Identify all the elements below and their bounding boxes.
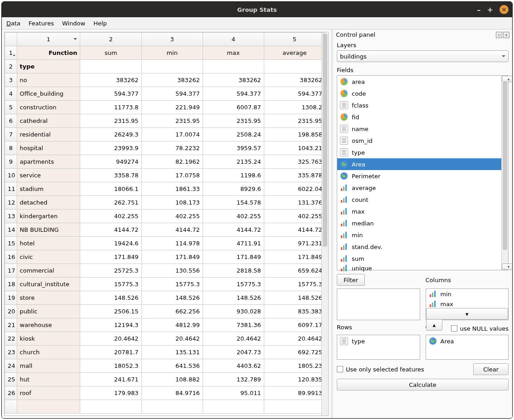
col-header-5[interactable]: 5 <box>264 33 325 46</box>
col-header-3[interactable]: 3 <box>141 33 203 46</box>
menu-help[interactable]: Help <box>93 20 107 27</box>
list-item-label: Area <box>441 338 454 345</box>
svg-rect-20 <box>341 247 342 250</box>
value-cell: 262.751 <box>80 196 141 210</box>
list-item[interactable]: Area <box>426 335 502 347</box>
list-item[interactable]: unique <box>337 264 501 272</box>
minimize-icon[interactable]: – <box>477 5 481 14</box>
list-item-label: name <box>352 126 369 132</box>
fields-listbox[interactable]: areacodefclassfidnameosm_idtypeAreaPerim… <box>337 75 509 270</box>
row-header[interactable]: 16 <box>5 250 17 264</box>
clear-button[interactable]: Clear <box>473 363 509 375</box>
menu-data[interactable]: Data <box>6 20 20 27</box>
row-header[interactable]: 15 <box>5 237 17 250</box>
row-header[interactable]: 9 <box>5 155 17 169</box>
value-cell: 402.255 <box>141 210 203 223</box>
value-cell: 82.1962 <box>141 155 203 169</box>
value-cell: 148.526 <box>264 291 325 305</box>
row-header[interactable]: 22 <box>5 332 17 346</box>
pie-icon <box>340 113 348 121</box>
maximize-icon[interactable]: + <box>487 5 493 14</box>
close-icon[interactable]: ✕ <box>499 5 509 14</box>
panel-close-icon[interactable]: x <box>503 32 509 38</box>
col-header-4[interactable]: 4 <box>203 33 264 46</box>
menu-features[interactable]: Features <box>29 20 54 27</box>
list-item[interactable]: name <box>337 123 501 135</box>
list-item[interactable]: Perimeter <box>337 170 501 182</box>
table-scrollbar[interactable] <box>321 33 328 415</box>
row-header[interactable]: 26 <box>5 386 17 400</box>
value-cell: 383262 <box>141 73 203 87</box>
list-item[interactable]: count <box>337 194 501 205</box>
columns-scrollbar[interactable]: ▴ ▾ <box>426 319 509 331</box>
row-header[interactable]: 25 <box>5 373 17 386</box>
list-item[interactable]: average <box>337 182 501 194</box>
row-header[interactable]: 12 <box>5 196 17 210</box>
corner-cell[interactable] <box>5 33 17 46</box>
value-box[interactable]: Area <box>426 335 509 360</box>
control-panel: Control panel ▫ x Layers buildings Field… <box>333 29 512 418</box>
value-cell: 7381.36 <box>203 318 264 332</box>
col-header-2[interactable]: 2 <box>80 33 141 46</box>
list-item[interactable]: type <box>337 335 413 347</box>
svg-rect-25 <box>345 255 347 262</box>
rows-box[interactable]: type <box>337 335 420 360</box>
row-header[interactable]: 17 <box>5 264 17 278</box>
filter-box[interactable] <box>337 288 420 320</box>
row-header[interactable]: 3 <box>5 73 17 87</box>
row-header[interactable]: 19 <box>5 291 17 305</box>
svg-rect-30 <box>432 293 433 297</box>
list-item[interactable]: sum <box>337 253 501 264</box>
columns-box[interactable]: minmaxaverage ▴ ▾ <box>426 288 509 320</box>
row-header[interactable]: 6 <box>5 114 17 128</box>
list-item[interactable]: fclass <box>337 99 501 111</box>
filter-button[interactable]: Filter <box>337 274 365 286</box>
fields-scrollbar[interactable]: ▴ ▾ <box>501 76 508 270</box>
value-cell: 17.0074 <box>141 128 203 142</box>
value-cell: 89.9913 <box>264 386 325 400</box>
bars-icon <box>340 207 348 215</box>
row-header[interactable]: 18 <box>5 278 17 291</box>
row-header[interactable]: 4 <box>5 87 17 101</box>
col-header-1[interactable]: 1 <box>17 33 80 46</box>
value-cell: 383262 <box>264 73 325 87</box>
results-table[interactable]: 1 2 3 4 5 1 Function sum min <box>4 32 329 416</box>
calculate-button[interactable]: Calculate <box>337 379 509 391</box>
list-item[interactable]: min <box>426 289 502 299</box>
list-item[interactable]: min <box>337 229 501 241</box>
row-header[interactable]: 14 <box>5 223 17 237</box>
bars-icon <box>340 195 348 204</box>
row-header[interactable]: 21 <box>5 318 17 332</box>
row-header[interactable]: 24 <box>5 359 17 373</box>
row-header[interactable]: 7 <box>5 128 17 142</box>
list-item[interactable]: stand.dev. <box>337 241 501 253</box>
list-item[interactable]: type <box>337 147 501 158</box>
layers-combo[interactable]: buildings <box>337 50 509 62</box>
row-header[interactable]: 23 <box>5 346 17 359</box>
list-item[interactable]: osm_id <box>337 135 501 147</box>
use-selected-checkbox[interactable] <box>337 366 343 372</box>
list-item[interactable]: max <box>426 299 502 309</box>
row-header[interactable]: 20 <box>5 305 17 318</box>
row-header[interactable]: 8 <box>5 142 17 155</box>
use-selected-label: Use only selected features <box>346 366 424 373</box>
type-cell: type <box>17 60 80 73</box>
row-header[interactable]: 11 <box>5 182 17 196</box>
agg-header: average <box>264 46 325 60</box>
list-item[interactable]: max <box>337 205 501 217</box>
row-header[interactable]: 10 <box>5 169 17 182</box>
list-item[interactable]: median <box>337 217 501 229</box>
list-item[interactable]: Area <box>337 158 501 170</box>
list-item[interactable]: code <box>337 88 501 99</box>
row-header[interactable]: 5 <box>5 101 17 114</box>
value-cell: 135.131 <box>141 346 203 359</box>
list-item[interactable]: area <box>337 76 501 88</box>
row-header[interactable]: 2 <box>5 60 17 73</box>
row-header[interactable]: 1 <box>5 46 17 60</box>
value-cell: 19424.6 <box>80 237 141 250</box>
menu-window[interactable]: Window <box>62 20 85 27</box>
value-cell: 930.028 <box>203 305 264 318</box>
list-item[interactable]: fid <box>337 111 501 123</box>
row-header[interactable]: 13 <box>5 210 17 223</box>
undock-icon[interactable]: ▫ <box>496 32 502 38</box>
